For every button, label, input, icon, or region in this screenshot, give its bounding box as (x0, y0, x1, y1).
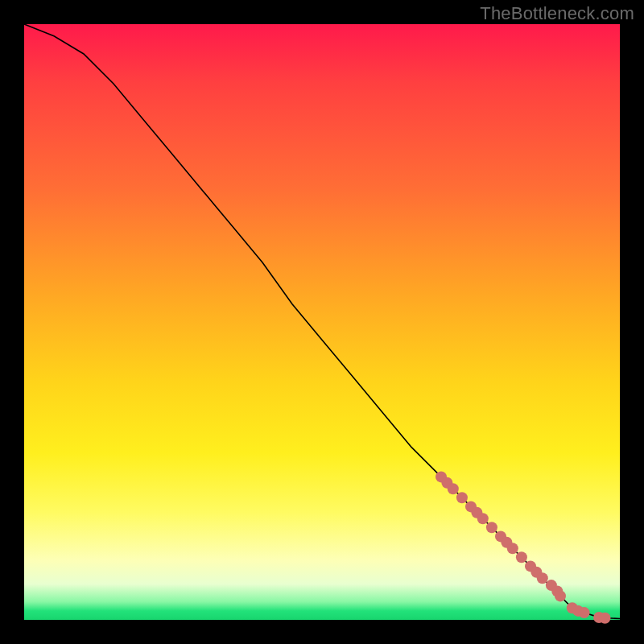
watermark-text: TheBottleneck.com (480, 3, 634, 24)
marker-dot (600, 613, 611, 624)
marker-dot (456, 492, 468, 503)
marker-dot (537, 572, 548, 584)
marker-dot (516, 551, 527, 563)
marker-dot (486, 522, 497, 533)
chart-overlay (24, 24, 620, 620)
plot-area (24, 24, 620, 620)
marker-group (436, 471, 611, 623)
chart-frame: TheBottleneck.com (0, 0, 644, 644)
marker-dot (448, 483, 459, 494)
marker-dot (555, 590, 566, 601)
marker-dot (507, 543, 518, 554)
curve-path (24, 24, 620, 619)
marker-dot (477, 513, 489, 524)
marker-dot (579, 607, 590, 618)
